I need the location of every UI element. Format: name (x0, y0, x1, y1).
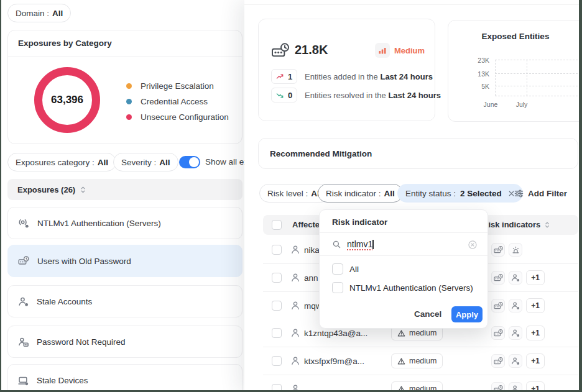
old-password-icon[interactable] (491, 354, 505, 368)
y-tick-13k: 13K (471, 70, 489, 78)
alarm-icon[interactable] (509, 243, 522, 257)
severity-bars-icon (375, 43, 390, 58)
exposure-item-label: Stale Accounts (37, 297, 92, 306)
sliders-icon (514, 189, 524, 198)
column-header-risk-indicators[interactable]: Risk indicators (483, 220, 550, 229)
exposure-item-stale-devices[interactable]: Stale Devices (7, 364, 242, 392)
search-value: ntlmv1 (347, 239, 372, 249)
row-checkbox[interactable] (272, 301, 282, 311)
clear-search-icon[interactable] (468, 240, 478, 250)
entities-added-count: 1 (288, 72, 292, 81)
user-icon (290, 328, 300, 338)
exposures-category-filter-chip[interactable]: Exposures category : All (7, 153, 116, 171)
more-indicators-chip[interactable]: +1 (526, 298, 545, 313)
exposure-item-label: Stale Devices (37, 376, 88, 385)
popup-divider (320, 232, 487, 233)
entity-name: k1zntqp43a@a... (304, 329, 367, 338)
option-ntlmv1-checkbox[interactable] (332, 282, 343, 293)
exposure-item-users-old-password[interactable]: Users with Old Password (7, 245, 242, 277)
select-all-checkbox[interactable] (272, 220, 282, 230)
filter-value: All (98, 158, 108, 167)
exposures-list-header[interactable]: Exposures (26) (7, 179, 242, 200)
legend-item-privilege-escalation: Privilege Escalation (126, 81, 214, 91)
stat-text: Entities resolved in the (305, 91, 386, 100)
filter-label: Severity : (121, 158, 156, 167)
option-ntlmv1-label[interactable]: NTLMv1 Authentication (Servers) (349, 283, 473, 293)
x-tick-june: June (478, 101, 503, 108)
text-caret (372, 240, 374, 249)
user-icon (290, 245, 300, 255)
gridline (495, 60, 582, 60)
severity-filter-chip[interactable]: Severity : All (113, 153, 178, 171)
row-checkbox[interactable] (272, 245, 282, 255)
option-all-label[interactable]: All (349, 265, 359, 274)
entity-status-filter-chip[interactable]: Entity status : 2 Selected (397, 184, 523, 203)
legend-dot-blue (126, 99, 132, 104)
exposure-item-password-not-required[interactable]: Password Not Required (7, 326, 242, 358)
gridline (495, 73, 582, 74)
filter-label: Risk indicator : (326, 189, 381, 198)
cancel-button[interactable]: Cancel (414, 309, 441, 319)
entities-added-text: Entities added in the Last 24 hours (305, 72, 433, 81)
old-password-icon[interactable] (491, 299, 505, 312)
old-password-icon[interactable] (491, 271, 505, 285)
column-header-label: Risk indicators (483, 220, 540, 229)
exposures-donut-chart[interactable]: 63,396 (34, 67, 100, 133)
stale-device-icon (18, 375, 29, 386)
option-all-checkbox[interactable] (332, 263, 343, 275)
filter-label: Risk level : (267, 189, 308, 198)
drawer-top-divider (244, 4, 582, 5)
stale-account-icon[interactable] (509, 326, 522, 340)
search-input[interactable]: ntlmv1 (347, 239, 374, 249)
domain-filter-label: Domain : (16, 9, 49, 18)
filter-label: Entity status : (405, 189, 456, 198)
entities-count: 21.8K (295, 43, 328, 57)
row-checkbox[interactable] (272, 273, 282, 283)
more-indicators-chip[interactable]: +1 (526, 353, 545, 368)
entity-name: ann (304, 273, 318, 283)
table-row[interactable]: ktxsfpxf9m@a... medium +1 (263, 347, 578, 375)
old-password-icon[interactable] (491, 326, 505, 340)
warning-icon (397, 357, 405, 365)
stale-account-icon[interactable] (509, 354, 522, 368)
password-not-required-icon (18, 337, 29, 347)
entities-added-count-chip: 1 (271, 69, 297, 84)
stale-account-icon[interactable] (509, 299, 522, 312)
gridline (495, 60, 496, 96)
stale-account-icon[interactable] (509, 271, 522, 285)
exposure-item-stale-accounts[interactable]: Stale Accounts (7, 285, 242, 317)
old-password-icon[interactable] (491, 243, 505, 257)
recommended-mitigation-card[interactable]: Recommended Mitigation (258, 138, 578, 169)
more-indicators-chip[interactable]: +1 (526, 270, 545, 285)
show-all-exposures-toggle[interactable] (179, 156, 200, 168)
exposure-item-ntlmv1[interactable]: NTLMv1 Authentication (Servers) (7, 207, 242, 239)
row-checkbox[interactable] (272, 356, 282, 366)
legend-label: Privilege Escalation (141, 81, 214, 91)
window-edge-left (0, 0, 1, 392)
legend-dot-crimson (126, 114, 132, 120)
recommended-mitigation-title: Recommended Mitigation (270, 149, 372, 158)
exposure-item-label: Password Not Required (37, 337, 126, 347)
table-row[interactable]: medium +1 (263, 375, 578, 392)
popup-title: Risk indicator (332, 217, 387, 227)
ntlm-auth-icon (18, 217, 29, 229)
stat-text-bold: Last 24 hours (388, 91, 441, 100)
domain-filter-chip[interactable]: Domain : All (7, 4, 71, 22)
row-checkbox[interactable] (272, 328, 282, 338)
entity-name: ktxsfpxf9m@a... (304, 357, 364, 366)
more-indicators-chip[interactable]: +1 (526, 326, 545, 340)
sort-icon[interactable] (80, 186, 86, 194)
apply-button[interactable]: Apply (451, 306, 483, 322)
popup-divider (320, 255, 487, 256)
window-edge-right (579, 0, 582, 392)
add-filter-button[interactable]: Add Filter (514, 184, 567, 203)
trend-up-icon (276, 72, 285, 81)
sort-icon[interactable] (544, 221, 550, 229)
stat-text: Entities added in the (305, 72, 378, 81)
user-icon (290, 273, 300, 283)
risk-indicator-filter-chip[interactable]: Risk indicator : All (318, 184, 403, 203)
warning-icon (397, 329, 405, 337)
entity-name: nika (304, 245, 320, 255)
exposures-list-title: Exposures (26) (17, 185, 75, 194)
gridline (527, 60, 527, 96)
